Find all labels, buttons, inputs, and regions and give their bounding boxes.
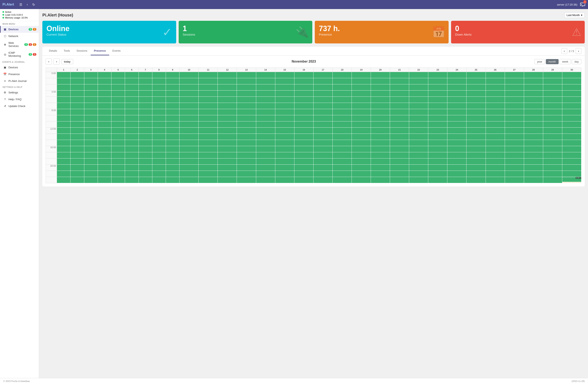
cal-cell-day23-row3 [428,90,447,97]
cal-cell-day20-row13 [371,152,390,158]
today-button[interactable]: today [61,59,73,64]
refresh-button[interactable]: ↻ [31,2,36,7]
cal-cell-day24-row9 [447,128,466,134]
cal-cell-day30-row12 [562,146,581,152]
cal-cell-day7-row1 [139,78,152,84]
sidebar-item-ev-devices[interactable]: ▣ Devices [0,64,39,71]
cal-cell-day29-row0 [543,72,562,78]
view-week-button[interactable]: week [559,59,571,64]
period-dropdown[interactable]: Last Month ▾ [564,12,585,18]
cal-cell-day29-row1 [543,78,562,84]
cal-cell-day6-row10 [125,134,139,140]
view-buttons: year month week day [534,59,581,64]
cal-cell-day6-row9 [125,128,139,134]
cal-cell-day7-row9 [139,128,152,134]
cal-cell-day19-row7 [352,115,371,121]
device-icon[interactable]: 2 [580,1,586,8]
cal-cell-day20-row4 [371,97,390,103]
cal-cell-day22-row16 [409,171,428,177]
device-badge: 2 [583,0,587,3]
cal-cell-day14-row2 [256,84,275,90]
view-month-button[interactable]: month [546,59,559,64]
cal-cell-day5-row0 [111,72,125,78]
calendar-row-6: 8:00 [46,109,581,115]
cal-cell-day20-row1 [371,78,390,84]
dropdown-label: Last Month [567,14,580,17]
tab-presence[interactable]: Presence [91,47,109,55]
tab-details[interactable]: Details [46,47,61,55]
view-day-button[interactable]: day [572,59,581,64]
check-icon: ✓ [162,25,172,39]
cal-cell-day26-row5 [486,103,505,109]
cal-cell-day3-row4 [84,97,98,103]
sidebar-item-network[interactable]: ⬡ Network [0,33,39,40]
cal-cell-day8-row16 [152,171,166,177]
next-month-button[interactable]: › [53,58,60,65]
view-year-button[interactable]: year [534,59,545,64]
sidebar-item-web-services[interactable]: ⊕ Web Services 2 1 1 [0,40,39,49]
cal-cell-day30-row1 [562,78,581,84]
cal-cell-day16-row7 [294,115,313,121]
cal-cell-day22-row11 [409,140,428,146]
sidebar-item-icmp[interactable]: ◎ ICMP Monitoring 2 1 [0,49,39,59]
prev-month-button[interactable]: ‹ [46,58,52,65]
ws-badge-orange: 1 [33,43,36,46]
cal-cell-day18-row12 [333,146,352,152]
sidebar-item-journal[interactable]: ≡ Pi.Alert Journal [0,78,39,84]
cal-cell-day20-row3 [371,90,390,97]
cal-cell-day18-row14 [333,158,352,165]
cal-cell-day2-row6 [70,109,84,115]
calendar-row-12: 16:00 [46,146,581,152]
ev-devices-label: Devices [8,66,36,69]
cal-cell-day30-row17: 0:00-1 [562,177,581,183]
cal-cell-day6-row14 [125,158,139,165]
cal-cell-day30-row11 [562,140,581,146]
cal-cell-day3-row13 [84,152,98,158]
cal-cell-day1-row17 [57,177,70,183]
pagination-prev-button[interactable]: ‹ [562,48,567,54]
pagination-next-button[interactable]: › [576,48,581,54]
calendar-grid-container: 1 2 3 4 5 6 7 8 9 10 11 [42,68,585,186]
cal-cell-day12-row17 [218,177,237,183]
tab-tools[interactable]: Tools [61,47,73,55]
col-day-2: 2 [70,68,84,72]
tab-sessions[interactable]: Sessions [73,47,91,55]
sidebar-item-update[interactable]: ↺ Update Check [0,103,39,110]
back-button[interactable]: ‹ [25,2,29,7]
menu-toggle-button[interactable]: ☰ [18,2,23,7]
cal-cell-day14-row5 [256,103,275,109]
col-day-19: 19 [352,68,371,72]
cal-cell-day22-row7 [409,115,428,121]
cal-cell-day29-row4 [543,97,562,103]
cal-cell-day19-row15 [352,165,371,171]
cal-cell-day25-row13 [466,152,486,158]
cal-cell-day18-row10 [333,134,352,140]
calendar-body: 0:004:008:0012:0016:0020:000:00-1 [46,72,581,183]
sidebar-item-devices[interactable]: ▣ Devices 5 1 [0,26,39,33]
cal-cell-day19-row2 [352,84,371,90]
sidebar-item-help[interactable]: ? Help / FAQ [0,96,39,103]
cal-cell-day16-row15 [294,165,313,171]
cal-cell-day23-row17 [428,177,447,183]
sidebar-item-presence[interactable]: 📅 Presence [0,71,39,78]
presence-label: Presence [8,73,36,76]
cal-cell-day20-row16 [371,171,390,177]
cal-cell-day1-row15 [57,165,70,171]
cal-cell-day13-row10 [237,134,256,140]
tab-events[interactable]: Events [109,47,124,55]
cal-cell-day14-row16 [256,171,275,177]
cal-cell-day5-row7 [111,115,125,121]
sidebar-item-settings[interactable]: ⚙ Settings [0,89,39,96]
col-day-6: 6 [125,68,139,72]
calendar-row-2 [46,84,581,90]
cal-cell-day15-row3 [275,90,294,97]
cal-cell-day22-row8 [409,121,428,128]
time-label-3: 4:00 [46,90,57,97]
cal-cell-day10-row1 [179,78,199,84]
cal-cell-day14-row1 [256,78,275,84]
cal-cell-day4-row6 [98,109,111,115]
cal-cell-day18-row3 [333,90,352,97]
cal-cell-day15-row5 [275,103,294,109]
cal-cell-day7-row5 [139,103,152,109]
col-day-10: 10 [179,68,199,72]
